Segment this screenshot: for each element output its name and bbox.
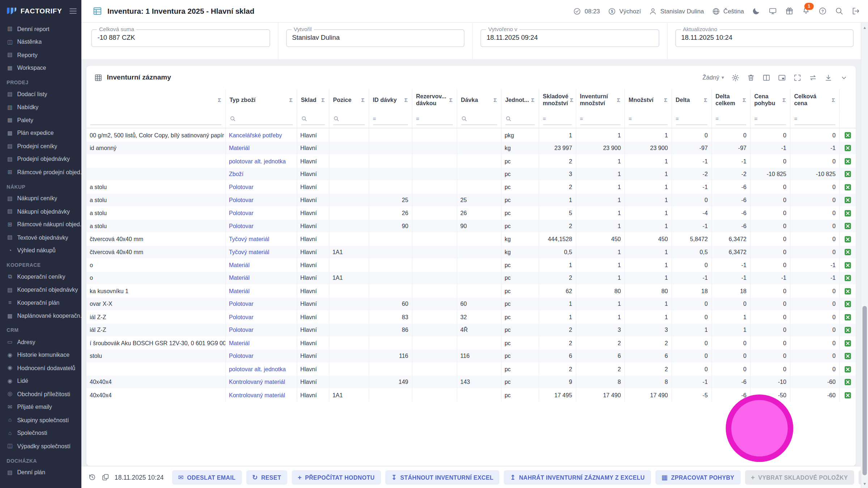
excel-row-icon[interactable] <box>844 222 851 230</box>
column-header[interactable]: Delta celkem Σ <box>711 89 750 110</box>
sigma-aggregate-icon[interactable]: Σ <box>782 97 786 103</box>
sidebar-item[interactable]: ▭ Adresy <box>0 335 81 348</box>
sidebar-item[interactable]: ◔ Výhled nákupů <box>0 244 81 257</box>
excel-row-icon[interactable] <box>844 300 851 308</box>
excel-row-icon[interactable] <box>844 261 851 269</box>
table-row[interactable]: a stolu Polotovar Hlavní 25 25 pc 1 1 <box>86 193 856 206</box>
hamburger-menu-icon[interactable] <box>69 8 77 14</box>
profile-selector[interactable]: $ Výchozí <box>608 7 641 15</box>
column-header[interactable]: Inventurní množství Σ <box>576 89 625 110</box>
goods-type-link[interactable]: Materiál <box>229 339 250 346</box>
scrollbar-thumb[interactable] <box>863 306 867 475</box>
table-row[interactable]: čtvercová 40x40 mm Tyčový materiál Hlavn… <box>86 245 856 258</box>
trash-icon[interactable] <box>747 73 755 82</box>
excel-row-icon[interactable] <box>844 235 851 243</box>
goods-type-link[interactable]: Materiál <box>229 288 250 294</box>
column-header[interactable]: Typ zboží Σ <box>225 89 297 110</box>
excel-row-icon[interactable] <box>844 391 851 399</box>
sidebar-item[interactable]: ◫ Výpadky společností <box>0 439 81 452</box>
scroll-down-arrow[interactable]: ▼ <box>861 480 868 487</box>
goods-type-link[interactable]: polotovar alt. jednotka <box>229 365 286 372</box>
filter-input[interactable]: = <box>754 113 786 125</box>
column-header[interactable]: Cena pohybu Σ <box>750 89 790 110</box>
table-row[interactable]: a stolu Polotovar Hlavní 26 26 pc 5 1 <box>86 206 856 219</box>
language-selector[interactable]: Čeština <box>712 7 744 15</box>
sidebar-item[interactable]: ▥ Denní report <box>0 22 81 35</box>
table-row[interactable]: stolu Polotovar Hlavní 116 116 pc 6 6 <box>86 350 856 363</box>
goods-type-link[interactable]: Kontrolovaný materiál <box>229 378 285 385</box>
sidebar-item[interactable]: ▩ Plán expedice <box>0 127 81 140</box>
sidebar-item[interactable]: ▦ Workspace <box>0 61 81 74</box>
excel-row-icon[interactable] <box>844 145 851 152</box>
sidebar-item[interactable]: ◉ Hodnocení dodavatelů <box>0 361 81 374</box>
goods-type-link[interactable]: Kontrolovaný materiál <box>229 391 285 398</box>
goods-type-link[interactable]: Polotovar <box>229 184 254 190</box>
table-row[interactable]: Zboží Hlavní pc 3 1 1 -2 <box>86 167 856 180</box>
filter-input[interactable]: = <box>676 113 707 125</box>
gear-icon[interactable] <box>731 73 740 82</box>
sidebar-item[interactable]: ▩ Naplánované kooperačn... <box>0 309 81 322</box>
footer-button[interactable]: + PŘEPOČÍTAT HODNOTU <box>292 470 380 484</box>
sigma-aggregate-icon[interactable]: Σ <box>289 97 293 103</box>
sidebar-item[interactable]: ▤ Nákupní ceníky <box>0 192 81 205</box>
footer-button[interactable]: ↥ NAHRÁT INVENTURNÍ ZÁZNAMY Z EXCELU <box>504 470 651 484</box>
filter-input[interactable]: = <box>794 113 835 125</box>
table-row[interactable]: 40x40x4 Kontrolovaný materiál Hlavní 1A1… <box>86 388 856 401</box>
goods-type-link[interactable]: Tyčový materiál <box>229 249 269 255</box>
form-field-input[interactable]: Vytvořil Stanislav Dulina <box>286 29 465 47</box>
sigma-aggregate-icon[interactable]: Σ <box>218 97 221 103</box>
column-header[interactable]: Σ <box>839 89 856 110</box>
copy-record-icon[interactable] <box>101 473 110 481</box>
status-check[interactable]: 08:23 <box>573 7 600 15</box>
goods-type-link[interactable]: Polotovar <box>229 301 254 307</box>
footer-button[interactable]: ↧ STÁHNOUT INVENTURNÍ EXCEL <box>385 470 499 484</box>
sigma-aggregate-icon[interactable]: Σ <box>449 97 452 103</box>
column-header[interactable]: Σ <box>86 89 225 110</box>
excel-row-icon[interactable] <box>844 184 851 191</box>
sigma-aggregate-icon[interactable]: Σ <box>617 97 620 103</box>
logout-icon[interactable] <box>851 7 860 15</box>
table-row[interactable]: í šroubovák Aku BOSCH GSR 12V-30, 0 601 … <box>86 337 856 350</box>
download-icon[interactable] <box>824 73 833 82</box>
sidebar-item[interactable]: ≡ Kooperační plán <box>0 296 81 309</box>
sidebar-item[interactable]: ◫ Nástěnka <box>0 35 81 48</box>
filter-input[interactable]: = <box>90 113 221 125</box>
filter-input[interactable]: = <box>461 113 497 125</box>
scroll-up-arrow[interactable]: ▲ <box>861 24 868 30</box>
table-row[interactable]: polotovar alt. jednotka Hlavní pc 2 1 1 <box>86 154 856 167</box>
excel-row-icon[interactable] <box>844 339 851 347</box>
filter-input[interactable]: = <box>580 113 620 125</box>
sidebar-item[interactable]: ▤ Reporty <box>0 48 81 61</box>
goods-type-link[interactable]: Kancelářské potřeby <box>229 132 282 138</box>
table-row[interactable]: 40x40x4 Kontrolovaný materiál Hlavní 149… <box>86 376 856 389</box>
sidebar-item[interactable]: ▤ Prodejní objednávky <box>0 153 81 166</box>
filter-input[interactable]: = <box>333 113 365 125</box>
filter-input[interactable]: = <box>505 113 535 125</box>
gifts-icon[interactable] <box>785 7 793 15</box>
display-icon[interactable] <box>768 7 777 15</box>
sidebar-item[interactable]: ▤ Dodací listy <box>0 87 81 100</box>
help-icon[interactable]: ? <box>818 7 827 15</box>
excel-row-icon[interactable] <box>844 352 851 360</box>
column-header[interactable]: Rezervov... dávkou Σ <box>412 89 457 110</box>
search-icon[interactable] <box>835 7 843 15</box>
filter-input[interactable]: = <box>301 113 325 125</box>
sigma-aggregate-icon[interactable]: Σ <box>361 97 365 103</box>
footer-button[interactable]: ✉ ODESLAT EMAIL <box>172 470 242 484</box>
collapse-chevron-icon[interactable] <box>840 73 848 82</box>
goods-type-link[interactable]: Materiál <box>229 275 250 281</box>
form-field-input[interactable]: Celková suma -10 887 CZK <box>92 29 270 47</box>
footer-button[interactable]: ↻ RESET <box>246 470 287 484</box>
sigma-aggregate-icon[interactable]: Σ <box>570 97 573 103</box>
footer-button[interactable]: ▦ ZPRACOVAT POHYBY <box>655 470 740 484</box>
goods-type-link[interactable]: Polotovar <box>229 313 254 320</box>
filter-input[interactable]: = <box>416 113 452 125</box>
dark-mode-moon-icon[interactable] <box>752 7 761 15</box>
logo[interactable]: FACTORIFY <box>0 0 81 22</box>
sidebar-item[interactable]: ▤ Denní plán <box>0 466 81 479</box>
excel-row-icon[interactable] <box>844 158 851 165</box>
table-row[interactable]: iál Z-Z Polotovar Hlavní 86 4Ř pc 2 3 <box>86 324 856 337</box>
excel-row-icon[interactable] <box>844 313 851 321</box>
table-row[interactable]: ka kusovníku 1 Materiál Hlavní pc 62 80 <box>86 284 856 297</box>
sidebar-item[interactable]: ✉ Přijaté emaily <box>0 400 81 413</box>
